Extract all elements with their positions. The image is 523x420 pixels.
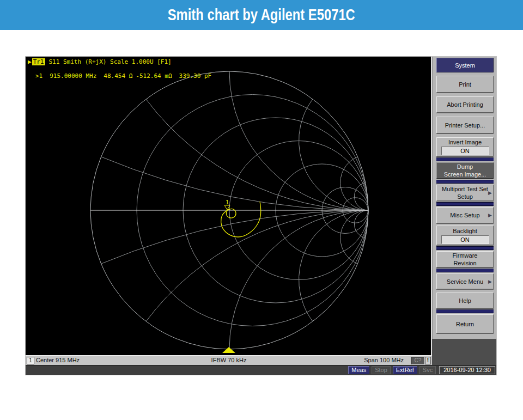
marker-readout-prefix: >1 (35, 72, 42, 80)
channel-number-box: 1 (27, 357, 34, 364)
softkey-abort-printing[interactable]: Abort Printing (436, 96, 494, 113)
alert-badge: ! (425, 357, 431, 364)
softkey-multiport-test-set-setup[interactable]: Multiport Test Set Setup ▶ (436, 185, 494, 201)
menu-separator (436, 157, 494, 161)
trace-arrow-icon: ▶ (28, 58, 32, 65)
marker-label: 1 (226, 199, 229, 206)
softkey-invert-image[interactable]: Invert Image ON (436, 137, 494, 156)
softkey-menu: System Print Abort Printing Printer Setu… (432, 57, 496, 339)
stimulus-marker-icon (222, 347, 235, 353)
chevron-right-icon: ▶ (488, 213, 492, 218)
softkey-return[interactable]: Return (436, 314, 494, 333)
smith-chart-display: ▶Tr1S11 Smith (R+jX) Scale 1.000U [F1] >… (26, 57, 432, 355)
softkey-dump-screen-image[interactable]: Dump Screen Image... (436, 162, 494, 179)
span-label[interactable]: Span 100 MHz (364, 357, 404, 363)
center-frequency-label[interactable]: Center 915 MHz (36, 357, 80, 363)
trace-name-badge[interactable]: Tr1 (32, 58, 45, 65)
trace-header[interactable]: ▶Tr1S11 Smith (R+jX) Scale 1.000U [F1] (28, 58, 172, 65)
menu-separator (436, 309, 494, 313)
softkey-misc-setup[interactable]: Misc Setup ▶ (436, 207, 494, 223)
ifbw-label[interactable]: IFBW 70 kHz (211, 357, 247, 363)
menu-separator (436, 269, 494, 272)
chevron-right-icon: ▶ (488, 191, 492, 196)
marker-frequency: 915.00000 MHz (50, 72, 96, 80)
marker-readout: >1915.00000 MHz48.454 Ω-512.64 mΩ339.30 … (35, 72, 211, 80)
softkey-service-menu[interactable]: Service Menu ▶ (436, 273, 494, 289)
marker-capacitance: 339.30 pF (179, 72, 212, 80)
marker-reactance: -512.64 mΩ (136, 72, 172, 80)
backlight-state: ON (441, 235, 489, 244)
chevron-right-icon: ▶ (488, 279, 492, 284)
softkey-printer-setup[interactable]: Printer Setup... (436, 117, 494, 133)
cal-status-badge: C? (411, 357, 424, 364)
menu-separator (436, 202, 494, 206)
trace-format-label: S11 Smith (R+jX) Scale 1.000U [F1] (49, 58, 172, 65)
softkey-firmware-revision[interactable]: Firmware Revision (436, 251, 494, 267)
menu-separator (436, 246, 494, 250)
menu-title: System (436, 58, 494, 72)
softkey-help[interactable]: Help (436, 293, 494, 308)
instrument-status-bar: Meas Stop ExtRef Svc 2016-09-20 12:30 (26, 365, 496, 375)
marker-resistance: 48.454 Ω (104, 72, 132, 80)
svc-status-badge: Svc (419, 366, 436, 374)
invert-image-state: ON (441, 147, 489, 155)
datetime-display: 2016-09-20 12:30 (439, 366, 495, 374)
extref-status-badge: ExtRef (393, 366, 417, 374)
page-banner: Smith chart by Agilent E5071C (0, 0, 523, 30)
stop-status-badge: Stop (372, 366, 391, 374)
smith-chart: 1 (26, 57, 432, 355)
softkey-backlight[interactable]: Backlight ON (436, 226, 494, 245)
stimulus-status-bar: 1 Center 915 MHz IFBW 70 kHz Span 100 MH… (26, 355, 432, 365)
softkey-sidebar: System Print Abort Printing Printer Setu… (432, 57, 496, 365)
page-title: Smith chart by Agilent E5071C (168, 6, 355, 24)
instrument-screenshot: ▶Tr1S11 Smith (R+jX) Scale 1.000U [F1] >… (26, 57, 496, 375)
softkey-print[interactable]: Print (436, 76, 494, 93)
menu-separator (436, 180, 494, 184)
meas-status-badge: Meas (348, 366, 369, 374)
